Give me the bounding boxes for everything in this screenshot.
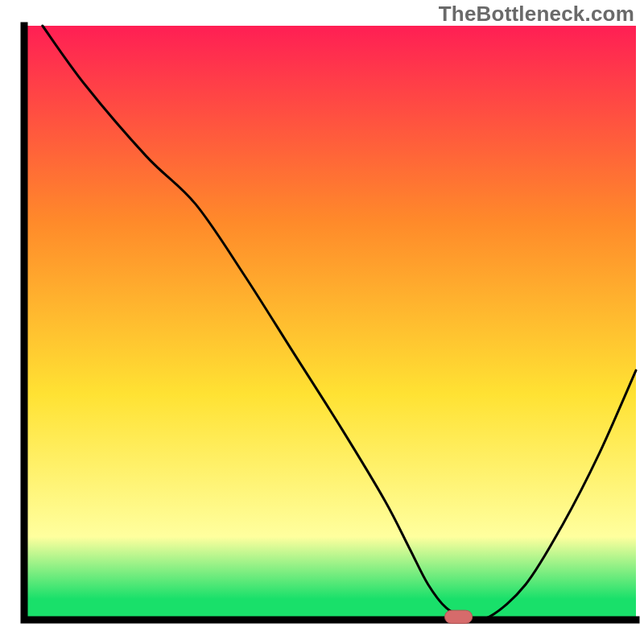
- plot-background: [24, 26, 636, 620]
- chart-frame: TheBottleneck.com: [0, 0, 644, 644]
- watermark-text: TheBottleneck.com: [439, 2, 634, 27]
- optimal-marker: [445, 610, 473, 623]
- bottleneck-chart: [0, 0, 644, 644]
